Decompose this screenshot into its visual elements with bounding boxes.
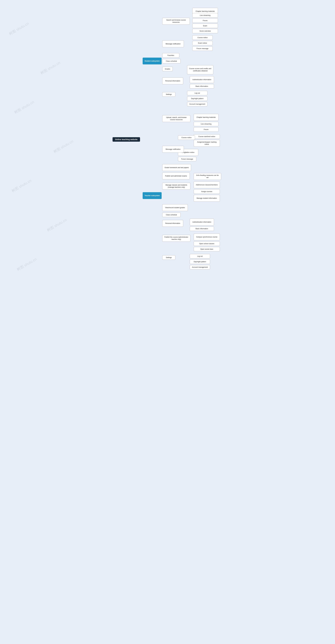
- leaf-node: Day/night pattern: [190, 260, 210, 264]
- mid-node: Publish the course (administrator teache…: [162, 235, 190, 242]
- leaf-node: Account management: [187, 102, 207, 106]
- watermark: 树图 shutu.cn: [11, 178, 32, 194]
- leaf-node: Log out: [187, 91, 207, 95]
- mid-node: Class schedule: [162, 212, 181, 217]
- leaf-node: Chapter learning materials: [194, 114, 219, 121]
- leaf-node: Day/night pattern: [187, 96, 207, 101]
- leaf-node: Manage student information: [194, 195, 220, 202]
- leaf-node: Score overview: [192, 29, 218, 33]
- mid-node: Upload, search, and browse course resour…: [162, 115, 190, 122]
- mid-node: View/record student grades: [162, 204, 188, 211]
- watermark: 树图 shutu.cn: [13, 100, 35, 115]
- leaf-node: Forum: [192, 18, 218, 23]
- mid-node: Message notification: [162, 40, 184, 47]
- mid-node: Search and browse course resources: [162, 18, 190, 24]
- watermark: 树图 shutu.cn: [16, 256, 38, 272]
- leaf-node: Live streaming: [194, 122, 219, 126]
- mid-node: Grades: [162, 67, 173, 71]
- leaf-node: Authentication information: [190, 219, 214, 226]
- leaf-node: Add/remove classes/members: [194, 182, 220, 188]
- leaf-node: Basic information: [190, 84, 214, 88]
- leaf-node: Forum: [194, 127, 219, 132]
- mid-node: Forum message: [178, 157, 196, 161]
- subsystem-node: Student subsystem: [143, 58, 162, 64]
- mid-node: Publish and administer exams: [162, 172, 190, 179]
- mid-node: Personal information: [162, 220, 183, 227]
- watermark: 树图 shutu.cn: [39, 60, 61, 76]
- watermark: 树图 shutu.cn: [8, 21, 30, 36]
- leaf-node: Assign courses: [194, 189, 220, 194]
- mid-node: Grade homework and test papers: [162, 164, 191, 171]
- leaf-node: Assignment/paper marking notice: [194, 140, 220, 147]
- subsystem-node: Teacher subsystem: [143, 192, 162, 199]
- leaf-node: Course notice: [192, 35, 213, 40]
- root-node: Online teaching website: [112, 137, 140, 142]
- leaf-node: Exam notice: [192, 41, 213, 45]
- watermark: 树图 shutu.cn: [53, 139, 74, 154]
- leaf-node: Live streaming: [192, 13, 218, 18]
- watermark: 树图 shutu.cn: [46, 217, 68, 233]
- mid-node: Personal information: [162, 78, 183, 84]
- leaf-node: Anti-cheating measures can be set: [194, 173, 221, 180]
- mid-node: Message notification: [162, 146, 184, 153]
- mid-node: Favorites: [162, 53, 179, 58]
- leaf-node: Forum message: [192, 46, 213, 51]
- leaf-node: Course start/end notice: [194, 134, 220, 139]
- leaf-node: Open social class: [194, 247, 220, 251]
- mid-node: Manage classes and students (manage teac…: [162, 183, 190, 190]
- leaf-node: Account management: [190, 265, 210, 270]
- leaf-node: Course scores and credits and certificat…: [187, 65, 213, 74]
- leaf-node: Campus synchronous course: [194, 234, 220, 240]
- leaf-node: Exam: [192, 24, 218, 28]
- leaf-node: Open school classes: [194, 242, 220, 246]
- mid-node: Class schedule: [162, 59, 181, 63]
- leaf-node: Log out: [190, 254, 210, 258]
- leaf-node: Basic information: [190, 226, 214, 231]
- mid-node: Settings: [162, 255, 175, 260]
- mid-node: Settings: [162, 92, 175, 96]
- mid-node: Course notice: [178, 135, 195, 140]
- leaf-node: Authentication information: [190, 76, 214, 83]
